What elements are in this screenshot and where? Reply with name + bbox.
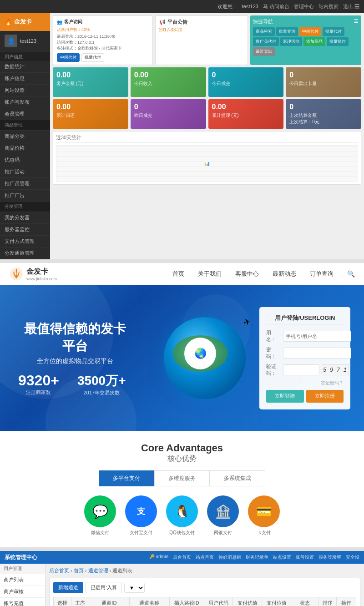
quick-nav-label: 快捷导航 <box>253 18 273 25</box>
card-circle: 💳 <box>248 495 280 527</box>
sys-topnav: 系统管理中心 🔑 admin 后台首页 站点首页 你好消息组 财务记录单 站点设… <box>0 551 364 564</box>
quick-btn-search[interactable]: 商品检索 <box>253 27 275 36</box>
sidebar-item-product-price[interactable]: 商品价格 <box>0 142 50 154</box>
search-icon[interactable]: 🔍 <box>347 270 355 278</box>
quick-btn-batch-op[interactable]: 批量操作 <box>327 37 349 46</box>
payment-wechat: 💬 微信支付 <box>84 495 116 536</box>
system-management-section: 系统管理中心 🔑 admin 后台首页 站点首页 你好消息组 财务记录单 站点设… <box>0 551 364 606</box>
announce-card: 📢 平台公告 2017-03-20 <box>155 15 248 65</box>
adv-en-title: Core Advantages <box>9 442 355 454</box>
quick-btn-cashback[interactable]: 返现活动 <box>280 37 302 46</box>
sys-nav-settings[interactable]: 站点设置 <box>273 554 291 561</box>
sys-nav-account[interactable]: 账号设置 <box>296 554 314 561</box>
captcha-image[interactable]: 5 9 7 1 <box>322 364 349 375</box>
add-channel-button[interactable]: 新增通道 <box>53 582 83 593</box>
stat-balance-label: 客户余额 (元) <box>56 81 125 87</box>
sidebar-group-distribute: 分发管理 <box>0 202 50 212</box>
customer-info: 活跃用户数：40% <box>57 27 149 33</box>
login-password-row: 密码： <box>266 346 344 360</box>
nav-orders[interactable]: 订单查询 <box>310 270 334 278</box>
channel-table: 选择 主序 通道ID 通道名称 插入路径ID 用户代码 支付优值 支付位值 状态… <box>53 597 356 606</box>
topnav-logout-link[interactable]: 退出 ☰ <box>343 3 359 10</box>
adv-tab-integration[interactable]: 多系统集成 <box>210 470 265 486</box>
sidebar-item-promo-mgr[interactable]: 推广员管理 <box>0 178 50 190</box>
sys-nav-service[interactable]: 服务登录帮 <box>318 554 341 561</box>
topnav-frontend-link[interactable]: 马 访问前台 <box>263 3 289 10</box>
sys-section-user: 用户管理 <box>0 564 45 574</box>
advantages-section: Core Advantages 核心优势 多平台支付 多维度服务 多系统集成 💬… <box>0 431 364 547</box>
sidebar-item-distributor[interactable]: 我的分发器 <box>0 212 50 224</box>
breadcrumb-home2[interactable]: 首页 <box>74 568 84 573</box>
nav-news[interactable]: 最新动态 <box>273 270 296 278</box>
sys-layout: 用户管理 商户列表 商户审核 账号充值 订单管理 订单列表 用户分析 成交量统计… <box>0 564 364 606</box>
btn-middle-pay[interactable]: 中间代付 <box>57 53 80 62</box>
sidebar-item-payment-mgr[interactable]: 支付方式管理 <box>0 236 50 247</box>
th-fee: 支付位值 <box>262 597 291 606</box>
enabled-filter-button[interactable]: 已启用:入算 <box>86 582 122 593</box>
adv-tab-payment[interactable]: 多平台支付 <box>99 470 154 486</box>
chart-placeholder: 📊 <box>56 145 358 182</box>
stat-income-label: 今日收入 <box>134 81 202 87</box>
filter-select[interactable]: ▼ <box>124 583 145 593</box>
sys-title: 系统管理中心 <box>5 554 37 561</box>
stat-balance-value: 0.00 <box>56 71 125 79</box>
breadcrumb-channel-mgr[interactable]: 通道管理 <box>88 568 108 573</box>
th-code: 用户代码 <box>204 597 233 606</box>
admin-topnav: 欢迎您： test123 马 访问前台 管理中心 站内搜索 退出 ☰ <box>0 0 364 13</box>
quick-nav-title: 快捷导航 ☰ <box>253 18 359 25</box>
captcha-input[interactable] <box>283 364 319 375</box>
stat-withdraw-label: 累计提现 (元) <box>212 112 280 119</box>
btn-batch-pay[interactable]: 批量代付 <box>81 53 104 62</box>
breadcrumb-sep2: › <box>85 568 88 573</box>
sys-sidebar-merchant-list[interactable]: 商户列表 <box>0 574 45 586</box>
quick-btn-add-product[interactable]: 添加商品 <box>303 37 325 46</box>
sys-sidebar-merchant-review[interactable]: 商户审核 <box>0 586 45 598</box>
password-label: 密码： <box>266 346 281 360</box>
sys-nav-finance[interactable]: 财务记录单 <box>246 554 268 561</box>
nav-service[interactable]: 客服中心 <box>235 270 259 278</box>
quick-btn-recent-sell[interactable]: 最近卖出 <box>253 47 275 56</box>
register-button[interactable]: 立即注册 <box>306 390 344 403</box>
nav-home[interactable]: 首页 <box>172 270 184 278</box>
password-input[interactable] <box>283 348 351 359</box>
sys-nav-backend[interactable]: 后台首页 <box>173 554 191 561</box>
sidebar-item-product-category[interactable]: 商品分类 <box>0 131 50 142</box>
channel-list-card: 新增通道 已启用:入算 ▼ 选择 主序 通道ID 通道名称 插入路径 <box>49 578 360 606</box>
forgot-password-link[interactable]: 忘记密码？ <box>266 380 344 386</box>
sys-nav-frontend[interactable]: 站点首页 <box>196 554 214 561</box>
globe-earth-icon: 🌏 <box>194 348 207 359</box>
sys-nav-msg[interactable]: 你好消息组 <box>218 554 241 561</box>
username-input[interactable] <box>283 331 351 342</box>
stat-card-withdraw: 0.00 累计提现 (元) <box>208 99 284 129</box>
nav-about[interactable]: 关于我们 <box>198 270 222 278</box>
sidebar-item-server[interactable]: 服务器监控 <box>0 224 50 236</box>
sidebar-item-channel-mgr[interactable]: 分发通道管理 <box>0 247 50 259</box>
captcha-label: 验证码： <box>266 363 281 377</box>
breadcrumb-home[interactable]: 后台首页 <box>49 568 69 573</box>
sys-sidebar-recharge[interactable]: 账号充值 <box>0 598 45 606</box>
quick-btn-middle[interactable]: 中间代付 <box>299 27 321 36</box>
sidebar-item-members[interactable]: 会员管理 <box>0 108 50 120</box>
sys-nav-security[interactable]: 安全设 <box>346 554 359 561</box>
sidebar-item-advert[interactable]: 推广广告 <box>0 190 50 202</box>
stat-yest-value: 0 <box>134 103 202 111</box>
quick-btn-batch-query[interactable]: 批量查询 <box>276 27 298 36</box>
globe-center: 🌏 <box>184 338 216 369</box>
sidebar-item-website[interactable]: 网站设置 <box>0 85 50 96</box>
sidebar-username: test123 <box>20 38 36 44</box>
logo-flame-icon <box>9 267 24 281</box>
sidebar-item-stats[interactable]: 数据统计 <box>0 61 50 73</box>
sidebar-item-coupon[interactable]: 优惠码 <box>0 154 50 166</box>
topnav-store-link[interactable]: 站内搜索 <box>318 3 339 10</box>
topnav-manage-link[interactable]: 管理中心 <box>294 3 314 10</box>
sidebar-item-account[interactable]: 账户信息 <box>0 73 50 85</box>
adv-tab-service[interactable]: 多维度服务 <box>154 470 210 486</box>
quick-btn-promo-pay[interactable]: 推广员代付 <box>253 37 279 46</box>
sidebar-item-promo[interactable]: 推广活动 <box>0 166 50 178</box>
stat-cum-value: 0.00 <box>56 103 125 111</box>
quick-btn-batch-pay[interactable]: 批量代付 <box>323 27 344 36</box>
logo-sub-text: www.jinfako.com <box>26 277 57 281</box>
sidebar-item-publish[interactable]: 账户与发布 <box>0 96 50 108</box>
announce-item-1: 2017-03-20 <box>159 27 244 32</box>
login-button[interactable]: 立即登陆 <box>266 390 304 403</box>
